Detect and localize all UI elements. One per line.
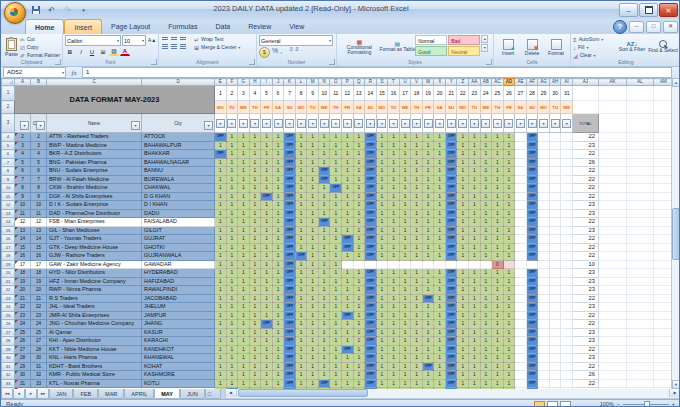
day-cell[interactable]: 1 — [295, 226, 307, 235]
day-number-cell[interactable]: 28 — [526, 86, 538, 101]
day-cell[interactable] — [538, 286, 550, 295]
empty-cell[interactable] — [626, 167, 653, 176]
day-cell[interactable]: 1 — [318, 141, 330, 150]
name-cell[interactable]: BKR - A Z Distributors — [47, 150, 142, 159]
day-cell[interactable]: 1 — [411, 371, 423, 380]
day-cell[interactable] — [515, 192, 527, 201]
day-cell[interactable]: 1 — [457, 209, 469, 218]
column-header-L[interactable]: L — [295, 79, 307, 86]
day-cell[interactable]: 1 — [457, 243, 469, 252]
day-cell[interactable]: OFF — [365, 252, 377, 261]
day-cell[interactable] — [549, 158, 561, 167]
filter-dropdown-icon[interactable]: ▾ — [331, 119, 340, 128]
day-cell[interactable]: 1 — [353, 320, 365, 329]
code-cell[interactable]: 3 — [31, 141, 47, 150]
font-color-button[interactable]: A — [120, 47, 130, 56]
day-cell[interactable]: 1 — [342, 252, 354, 261]
filter-dropdown-icon[interactable]: ▾ — [285, 119, 294, 128]
sheet-tab-mar[interactable]: MAR — [98, 389, 124, 399]
day-cell[interactable] — [561, 218, 573, 227]
day-cell[interactable]: 1 — [422, 303, 434, 312]
conditional-formatting-button[interactable]: ▦ Conditional Formatting — [339, 35, 379, 59]
day-cell[interactable]: 1 — [492, 345, 504, 354]
day-cell[interactable]: 1 — [307, 218, 319, 227]
day-cell[interactable]: 1 — [295, 311, 307, 320]
workbook-minimize-button[interactable]: – — [629, 21, 644, 33]
day-cell[interactable]: 1 — [457, 218, 469, 227]
day-cell[interactable]: 1 — [226, 277, 238, 286]
day-name-cell[interactable]: MO — [457, 101, 469, 114]
day-cell[interactable]: 1 — [307, 277, 319, 286]
row-header-22[interactable]: 22 — [2, 286, 15, 295]
align-bottom-button[interactable] — [179, 35, 187, 42]
empty-cell[interactable] — [598, 141, 626, 150]
day-cell[interactable]: OFF — [445, 294, 457, 303]
day-cell[interactable]: 1 — [295, 303, 307, 312]
format-cells-button[interactable]: Format — [544, 35, 568, 59]
empty-cell[interactable] — [598, 226, 626, 235]
total-cell[interactable]: 10 — [572, 260, 598, 269]
day-cell[interactable]: 1 — [249, 371, 261, 380]
day-cell[interactable]: 1 — [295, 150, 307, 159]
day-cell[interactable]: 1 — [215, 141, 227, 150]
day-filter-cell[interactable]: ▾ — [515, 114, 527, 133]
day-cell[interactable]: 1 — [353, 277, 365, 286]
day-cell[interactable] — [561, 243, 573, 252]
day-cell[interactable]: 1 — [469, 158, 481, 167]
city-cell[interactable]: BUREWALA — [142, 175, 215, 184]
empty-cell[interactable] — [598, 303, 626, 312]
day-cell[interactable]: 1 — [469, 345, 481, 354]
row-header-27[interactable]: 27 — [2, 328, 15, 337]
day-cell[interactable]: 1 — [318, 354, 330, 363]
day-name-cell[interactable]: TU — [307, 101, 319, 114]
day-cell[interactable]: 1 — [376, 371, 388, 380]
day-cell[interactable]: 1 — [457, 371, 469, 380]
day-cell[interactable]: OFF — [342, 311, 354, 320]
day-cell[interactable]: 1 — [307, 167, 319, 176]
day-cell[interactable] — [561, 158, 573, 167]
column-header-N[interactable]: N — [318, 79, 330, 86]
city-header[interactable]: City▾ — [142, 114, 215, 133]
day-cell[interactable] — [538, 167, 550, 176]
day-cell[interactable]: 1 — [226, 235, 238, 244]
day-filter-cell[interactable]: ▾ — [295, 114, 307, 133]
day-cell[interactable]: 1 — [226, 141, 238, 150]
day-cell[interactable]: OFF — [526, 141, 538, 150]
day-cell[interactable]: 1 — [422, 320, 434, 329]
clipboard-dialog-launcher[interactable] — [55, 59, 61, 65]
day-cell[interactable]: OFF — [445, 158, 457, 167]
day-cell[interactable] — [549, 252, 561, 261]
code-cell[interactable]: 4 — [31, 150, 47, 159]
row-header-15[interactable]: 15 — [2, 226, 15, 235]
empty-cell[interactable] — [626, 337, 653, 346]
day-cell[interactable]: 1 — [226, 320, 238, 329]
name-cell[interactable]: HYD - Nilor Distributors — [47, 269, 142, 278]
day-cell[interactable]: OFF — [445, 371, 457, 380]
day-cell[interactable]: 1 — [272, 320, 284, 329]
day-cell[interactable]: 1 — [261, 243, 273, 252]
day-cell[interactable] — [538, 362, 550, 371]
day-cell[interactable]: 0 — [492, 260, 504, 269]
day-cell[interactable]: 1 — [353, 379, 365, 388]
day-cell[interactable]: 1 — [492, 184, 504, 193]
day-cell[interactable]: 1 — [238, 150, 250, 159]
day-cell[interactable]: 1 — [469, 192, 481, 201]
city-cell[interactable]: JHANG — [142, 320, 215, 329]
day-cell[interactable]: 1 — [434, 286, 446, 295]
day-cell[interactable] — [561, 226, 573, 235]
column-header-D[interactable]: D — [142, 79, 215, 86]
day-cell[interactable]: OFF — [284, 252, 296, 261]
row-header-8[interactable]: 8 — [2, 167, 15, 176]
day-cell[interactable]: 1 — [469, 201, 481, 210]
filter-dropdown-icon[interactable]: ▾ — [481, 119, 490, 128]
day-cell[interactable]: 1 — [238, 252, 250, 261]
last-sheet-button[interactable]: ▸▸ — [37, 389, 49, 399]
day-cell[interactable] — [538, 252, 550, 261]
format-as-table-button[interactable]: ▤ Format as Table — [379, 35, 415, 59]
city-cell[interactable]: GHOTKI — [142, 243, 215, 252]
code-cell[interactable]: 18 — [31, 269, 47, 278]
day-cell[interactable]: 1 — [457, 303, 469, 312]
city-cell[interactable]: HAFIZABAD — [142, 277, 215, 286]
empty-cell[interactable] — [598, 167, 626, 176]
day-cell[interactable]: 1 — [238, 201, 250, 210]
